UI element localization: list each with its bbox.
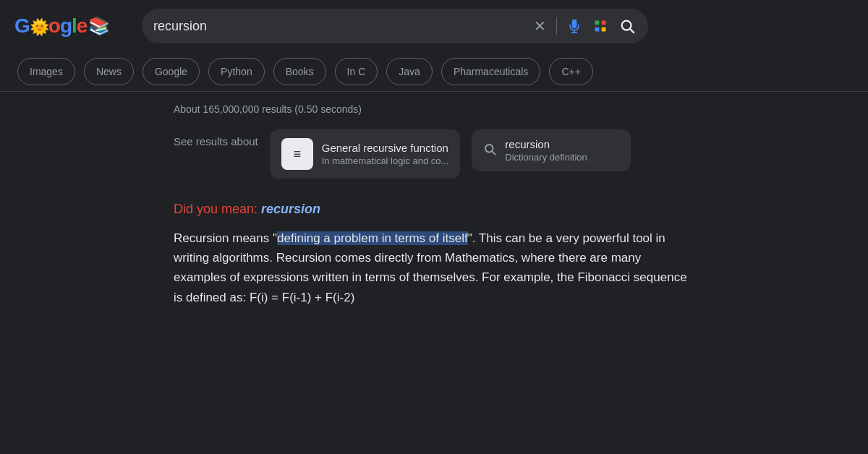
lens-button[interactable] — [592, 17, 609, 35]
see-results-row: See results about ≡ General recursive fu… — [174, 129, 694, 179]
tab-books[interactable]: Books — [273, 58, 326, 85]
search-button[interactable] — [618, 17, 637, 35]
search-bar[interactable]: recursion ✕ — [142, 9, 648, 43]
mic-button[interactable] — [566, 17, 583, 35]
svg-rect-5 — [602, 27, 606, 32]
svg-rect-3 — [602, 21, 606, 25]
result-text-before: Recursion means " — [174, 231, 277, 245]
svg-line-7 — [630, 29, 634, 33]
result-text: Recursion means "defining a problem in t… — [174, 228, 694, 307]
tab-java[interactable]: Java — [386, 58, 433, 85]
search-bar-icons: ✕ — [532, 16, 637, 36]
logo-text: G🌞ogle — [14, 14, 87, 38]
header: G🌞ogle 📚 recursion ✕ — [0, 0, 868, 52]
card-search-content: recursion Dictionary definition — [505, 138, 587, 163]
card-search-title: recursion — [505, 138, 587, 150]
did-you-mean-prefix: Did you mean: — [174, 202, 261, 216]
card-title-general: General recursive function — [322, 142, 449, 154]
see-results-label: See results about — [174, 129, 258, 147]
result-highlight: defining a problem in terms of itself — [277, 231, 468, 245]
tab-cpp[interactable]: C++ — [549, 58, 592, 85]
tab-pharmaceuticals[interactable]: Pharmaceuticals — [441, 58, 541, 85]
search-small-icon — [483, 142, 496, 159]
svg-line-9 — [493, 151, 495, 154]
card-search-subtitle: Dictionary definition — [505, 152, 587, 163]
did-you-mean: Did you mean: recursion — [174, 202, 694, 217]
svg-rect-4 — [595, 27, 600, 32]
svg-rect-2 — [595, 21, 600, 25]
results-stats: About 165,000,000 results (0.50 seconds) — [174, 103, 694, 115]
result-card-dictionary[interactable]: recursion Dictionary definition — [472, 129, 631, 171]
logo[interactable]: G🌞ogle 📚 — [14, 14, 130, 38]
logo-book-icon: 📚 — [88, 16, 110, 36]
tab-google[interactable]: Google — [142, 58, 200, 85]
tab-news[interactable]: News — [84, 58, 134, 85]
search-divider — [556, 17, 557, 35]
results-area: About 165,000,000 results (0.50 seconds)… — [0, 92, 868, 319]
tab-in-c[interactable]: In C — [335, 58, 378, 85]
card-content-general: General recursive function In mathematic… — [322, 142, 449, 166]
did-you-mean-link[interactable]: recursion — [261, 202, 320, 216]
tab-images[interactable]: Images — [17, 58, 75, 85]
card-subtitle-general: In mathematical logic and co... — [322, 155, 449, 166]
nav-tabs: Images News Google Python Books In C Jav… — [0, 52, 868, 92]
search-input[interactable]: recursion — [153, 19, 527, 34]
tab-python[interactable]: Python — [208, 58, 265, 85]
card-icon-general: ≡ — [281, 138, 313, 170]
clear-button[interactable]: ✕ — [532, 16, 548, 36]
result-card-general[interactable]: ≡ General recursive function In mathemat… — [270, 129, 461, 179]
